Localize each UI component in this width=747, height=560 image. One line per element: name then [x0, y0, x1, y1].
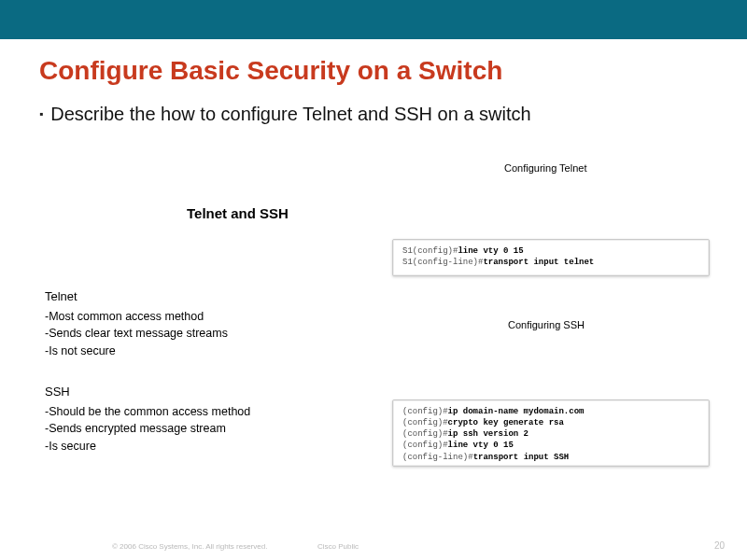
terminal-telnet: S1(config)#line vty 0 15 S1(config-line)… — [392, 239, 710, 276]
cli-command: ip ssh version 2 — [448, 429, 529, 439]
subheading-telnet-ssh: Telnet and SSH — [187, 205, 289, 221]
cli-command: crypto key generate rsa — [448, 418, 564, 427]
bullet-marker: ▪ — [39, 103, 43, 125]
footer-page-number: 20 — [714, 540, 725, 551]
terminal-line: S1(config-line)#transport input telnet — [402, 257, 699, 268]
terminal-line: (config)#ip ssh version 2 — [402, 428, 699, 440]
slide-title: Configure Basic Security on a Switch — [0, 39, 747, 86]
telnet-line: -Is not secure — [45, 343, 228, 360]
footer-classification: Cisco Public — [317, 542, 359, 551]
cli-prompt: S1(config-line)# — [402, 258, 483, 267]
bullet-text: Describe the how to configure Telnet and… — [50, 103, 530, 126]
cli-command: transport input telnet — [483, 258, 594, 267]
slide-top-bar — [0, 0, 747, 39]
telnet-heading: Telnet — [45, 287, 228, 306]
cli-command: line vty 0 15 — [448, 441, 514, 450]
ssh-line: -Sends encrypted message stream — [45, 420, 250, 438]
terminal-line: (config)#line vty 0 15 — [402, 440, 699, 451]
ssh-line: -Is secure — [45, 438, 250, 455]
terminal-line: (config-line)#transport input SSH — [402, 452, 699, 463]
content-area: Telnet and SSH Telnet -Most common acces… — [0, 159, 747, 513]
cli-prompt: (config)# — [402, 418, 448, 427]
config-telnet-caption: Configuring Telnet — [504, 162, 586, 174]
config-ssh-caption: Configuring SSH — [508, 319, 585, 330]
terminal-ssh: (config)#ip domain-name mydomain.com (co… — [392, 399, 710, 467]
ssh-description: SSH -Should be the common access method … — [45, 383, 250, 455]
telnet-description: Telnet -Most common access method -Sends… — [45, 287, 228, 360]
telnet-line: -Sends clear text message streams — [45, 325, 228, 343]
cli-prompt: S1(config)# — [402, 246, 458, 256]
cli-prompt: (config)# — [402, 441, 448, 450]
bullet-item: ▪ Describe the how to configure Telnet a… — [0, 86, 747, 126]
footer-copyright: © 2006 Cisco Systems, Inc. All rights re… — [112, 542, 267, 551]
ssh-line: -Should be the common access method — [45, 403, 250, 421]
cli-prompt: (config)# — [402, 429, 448, 439]
cli-prompt: (config-line)# — [402, 453, 473, 462]
terminal-line: S1(config)#line vty 0 15 — [402, 245, 699, 257]
cli-prompt: (config)# — [402, 407, 448, 416]
terminal-line: (config)#ip domain-name mydomain.com — [402, 406, 699, 417]
ssh-heading: SSH — [45, 383, 250, 401]
telnet-line: -Most common access method — [45, 308, 228, 326]
cli-command: ip domain-name mydomain.com — [448, 407, 585, 416]
terminal-line: (config)#crypto key generate rsa — [402, 417, 699, 428]
cli-command: transport input SSH — [473, 453, 570, 462]
cli-command: line vty 0 15 — [458, 246, 523, 256]
